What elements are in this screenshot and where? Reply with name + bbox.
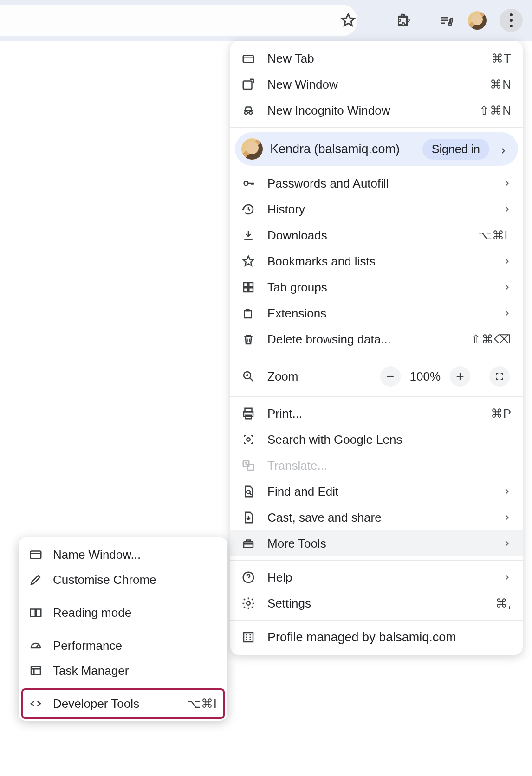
- download-icon: [241, 228, 255, 242]
- more-menu-button[interactable]: [500, 9, 523, 32]
- key-icon: [241, 176, 255, 190]
- menu-item-passwords[interactable]: Passwords and Autofill: [230, 170, 523, 196]
- profile-name: Kendra (balsamiq.com): [270, 142, 422, 156]
- svg-point-4: [249, 111, 252, 114]
- menu-label: Help: [267, 570, 502, 585]
- submenu-item-customise[interactable]: Customise Chrome: [19, 567, 227, 592]
- menu-item-incognito[interactable]: New Incognito Window ⇧⌘N: [230, 97, 523, 123]
- grid-icon: [241, 280, 255, 294]
- submenu-item-developer-tools[interactable]: Developer Tools ⌥⌘I: [19, 691, 227, 716]
- menu-item-history[interactable]: History: [230, 196, 523, 222]
- profile-avatar[interactable]: [468, 11, 487, 30]
- menu-label: New Incognito Window: [267, 103, 479, 118]
- fullscreen-button[interactable]: [489, 366, 510, 387]
- menu-shortcut: ⇧⌘⌫: [471, 332, 512, 347]
- menu-label: Passwords and Autofill: [267, 176, 502, 191]
- history-icon: [241, 202, 255, 216]
- lens-icon: [241, 433, 255, 446]
- menu-shortcut: ⇧⌘N: [479, 103, 512, 118]
- svg-rect-1: [243, 56, 254, 63]
- book-icon: [29, 606, 43, 620]
- translate-icon: [241, 459, 255, 472]
- chevron-right-icon: [502, 513, 512, 522]
- help-icon: [241, 570, 255, 584]
- browser-toolbar: [0, 0, 532, 41]
- menu-item-profile[interactable]: Kendra (balsamiq.com) Signed in: [235, 132, 518, 166]
- toolbox-icon: [241, 537, 255, 550]
- gear-icon: [241, 596, 255, 610]
- svg-rect-9: [249, 288, 253, 292]
- menu-label: Reading mode: [53, 606, 217, 620]
- menu-item-lens[interactable]: Search with Google Lens: [230, 427, 523, 453]
- menu-label: Find and Edit: [267, 485, 502, 499]
- menu-item-managed[interactable]: Profile managed by balsamiq.com: [230, 624, 523, 650]
- media-control-icon[interactable]: [438, 12, 455, 29]
- pencil-icon: [29, 573, 43, 587]
- menu-label: Name Window...: [53, 548, 217, 562]
- chevron-right-icon: [502, 309, 512, 318]
- tab-icon: [241, 52, 255, 65]
- menu-item-cast[interactable]: Cast, save and share: [230, 504, 523, 530]
- menu-label: Delete browsing data...: [267, 332, 471, 347]
- star-icon[interactable]: [340, 12, 357, 29]
- chevron-right-icon: [502, 257, 512, 266]
- chevron-right-icon: [502, 573, 512, 582]
- menu-label: Downloads: [267, 228, 478, 243]
- menu-label: New Window: [267, 78, 490, 92]
- print-icon: [241, 407, 255, 420]
- submenu-item-task-manager[interactable]: Task Manager: [19, 658, 227, 683]
- zoom-in-button[interactable]: +: [450, 366, 470, 387]
- menu-shortcut: ⌘T: [491, 52, 512, 66]
- menu-item-bookmarks[interactable]: Bookmarks and lists: [230, 248, 523, 274]
- chevron-right-icon: [502, 205, 512, 214]
- menu-item-more-tools[interactable]: More Tools: [230, 530, 523, 556]
- menu-item-print[interactable]: Print... ⌘P: [230, 401, 523, 427]
- zoom-out-button[interactable]: −: [380, 366, 401, 387]
- menu-shortcut: ⌘,: [495, 596, 512, 611]
- menu-item-new-window[interactable]: New Window ⌘N: [230, 71, 523, 97]
- toolbar-separator: [425, 11, 425, 30]
- menu-item-translate: Translate...: [230, 453, 523, 479]
- menu-item-help[interactable]: Help: [230, 564, 523, 590]
- menu-label: Performance: [53, 639, 217, 653]
- window-icon: [29, 548, 43, 562]
- menu-item-settings[interactable]: Settings ⌘,: [230, 590, 523, 616]
- menu-label: Bookmarks and lists: [267, 254, 502, 269]
- incognito-icon: [241, 103, 255, 117]
- svg-rect-21: [244, 633, 253, 642]
- menu-item-delete-data[interactable]: Delete browsing data... ⇧⌘⌫: [230, 326, 523, 352]
- chevron-right-icon: [502, 283, 512, 292]
- menu-shortcut: ⌘P: [491, 407, 512, 421]
- find-icon: [241, 485, 255, 498]
- menu-item-tab-groups[interactable]: Tab groups: [230, 274, 523, 300]
- svg-rect-8: [244, 288, 248, 292]
- address-bar-bg: [0, 5, 357, 36]
- star-outline-icon: [241, 254, 255, 268]
- menu-item-find[interactable]: Find and Edit: [230, 479, 523, 504]
- menu-separator: [230, 356, 523, 356]
- svg-point-5: [244, 181, 248, 186]
- more-tools-submenu: Name Window... Customise Chrome Reading …: [19, 537, 227, 721]
- menu-label: Tab groups: [267, 280, 502, 295]
- menu-label: Print...: [267, 407, 491, 421]
- menu-item-extensions[interactable]: Extensions: [230, 300, 523, 326]
- zoom-icon: [241, 369, 255, 383]
- building-icon: [241, 630, 255, 644]
- menu-item-new-tab[interactable]: New Tab ⌘T: [230, 45, 523, 71]
- zoom-value: 100%: [410, 369, 441, 384]
- menu-item-downloads[interactable]: Downloads ⌥⌘L: [230, 222, 523, 248]
- menu-item-zoom: Zoom − 100% +: [230, 360, 523, 393]
- menu-separator: [19, 687, 227, 687]
- code-icon: [29, 697, 43, 711]
- trash-icon: [241, 332, 255, 346]
- menu-label: History: [267, 202, 502, 217]
- extensions-icon[interactable]: [395, 12, 412, 29]
- submenu-item-reading-mode[interactable]: Reading mode: [19, 600, 227, 625]
- submenu-item-name-window[interactable]: Name Window...: [19, 542, 227, 567]
- submenu-item-performance[interactable]: Performance: [19, 633, 227, 658]
- menu-separator: [230, 396, 523, 397]
- svg-point-3: [245, 111, 247, 114]
- layout-icon: [29, 664, 43, 678]
- svg-rect-7: [249, 283, 253, 287]
- menu-separator: [230, 127, 523, 128]
